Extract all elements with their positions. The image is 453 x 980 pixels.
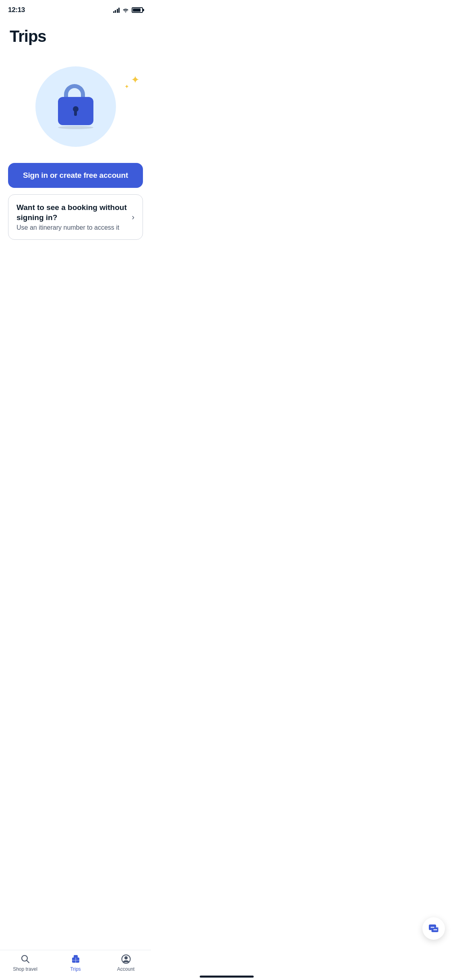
booking-card-text: Want to see a booking without signing in… <box>17 203 127 231</box>
wifi-icon <box>122 7 129 13</box>
lock-shadow <box>58 126 93 129</box>
sparkle-large-icon: ✦ <box>131 74 140 86</box>
booking-card-subtitle: Use an itinerary number to access it <box>17 224 127 231</box>
chevron-right-icon: › <box>132 212 134 222</box>
status-time: 12:13 <box>8 6 25 14</box>
sparkle-small-icon: ✦ <box>124 83 129 90</box>
signal-icon <box>113 7 120 13</box>
content-area: Sign in or create free account Want to s… <box>0 163 151 240</box>
lock-keyhole <box>72 106 80 116</box>
lock-shackle <box>64 84 85 99</box>
lock-circle-bg <box>35 66 116 147</box>
page-title: Trips <box>10 27 141 45</box>
lock-illustration <box>58 84 93 129</box>
page-header: Trips <box>0 18 151 45</box>
lock-body <box>58 97 93 125</box>
booking-card-title: Want to see a booking without signing in… <box>17 203 127 222</box>
booking-card-button[interactable]: Want to see a booking without signing in… <box>8 194 143 240</box>
lock-illustration-area: ✦ ✦ <box>0 58 151 163</box>
battery-icon <box>132 7 143 13</box>
signin-button[interactable]: Sign in or create free account <box>8 163 143 188</box>
status-icons <box>113 7 143 13</box>
status-bar: 12:13 <box>0 0 151 18</box>
